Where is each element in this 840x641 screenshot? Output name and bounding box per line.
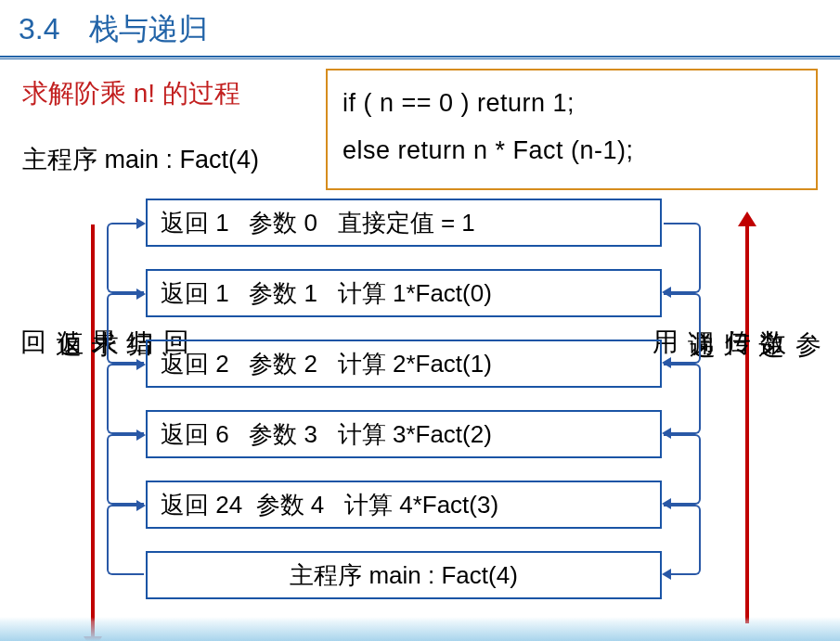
label-param-pass: 参数传递 (684, 310, 825, 314)
connector-left (107, 434, 144, 505)
return-value: 返回 1 (161, 207, 229, 239)
parameter: 参数 1 (249, 277, 317, 310)
connector-left (107, 505, 144, 575)
parameter: 参数 0 (249, 207, 317, 239)
connector-right (664, 223, 701, 293)
code-box: if ( n == 0 ) return 1; else return n * … (326, 69, 818, 190)
section-header: 3.4 栈与递归 (0, 0, 840, 56)
stack-row: 返回 2 参数 2 计算 2*Fact(1) (146, 340, 662, 388)
parameter: 参数 3 (249, 418, 317, 451)
connector-left (107, 223, 144, 293)
stack-row: 返回 24 参数 4 计算 4*Fact(3) (146, 481, 662, 529)
calculation: 计算 4*Fact(3) (344, 489, 498, 521)
return-value: 返回 6 (161, 418, 229, 451)
section-number: 3.4 (19, 12, 59, 45)
footer-decoration (0, 617, 840, 641)
connector-left (107, 293, 144, 364)
return-value: 返回 1 (161, 277, 229, 310)
main-program-label: 主程序 main : Fact(4) (22, 143, 259, 176)
connector-right (664, 434, 701, 505)
stack-row-main: 主程序 main : Fact(4) (146, 551, 662, 599)
subtitle: 求解阶乘 n! 的过程 (22, 76, 240, 111)
arrow-result-return (91, 224, 95, 638)
connector-left (107, 364, 144, 434)
connector-right (664, 364, 701, 434)
arrow-param-pass (745, 224, 749, 623)
calculation: 计算 1*Fact(0) (338, 277, 492, 310)
parameter: 参数 4 (256, 489, 325, 521)
stack-row: 返回 6 参数 3 计算 3*Fact(2) (146, 410, 662, 458)
calculation: 直接定值 = 1 (338, 207, 475, 239)
section-title: 栈与递归 (89, 12, 208, 45)
calculation: 计算 3*Fact(2) (338, 418, 492, 451)
return-value: 返回 24 (161, 489, 242, 521)
parameter: 参数 2 (249, 348, 317, 380)
main-call: 主程序 main : Fact(4) (290, 559, 518, 592)
calculation: 计算 2*Fact(1) (338, 348, 492, 380)
connector-right (664, 293, 701, 364)
connector-right (664, 505, 701, 575)
stack-diagram: 返回 1 参数 0 直接定值 = 1 返回 1 参数 1 计算 1*Fact(0… (146, 199, 662, 622)
code-line: else return n * Fact (n-1); (342, 127, 801, 174)
stack-row: 返回 1 参数 1 计算 1*Fact(0) (146, 269, 662, 317)
code-line: if ( n == 0 ) return 1; (342, 80, 801, 127)
return-value: 返回 2 (161, 348, 229, 380)
stack-row: 返回 1 参数 0 直接定值 = 1 (146, 199, 662, 247)
